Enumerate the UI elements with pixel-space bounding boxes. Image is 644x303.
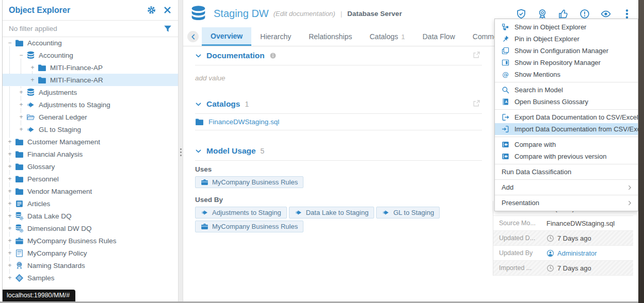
expander-icon[interactable]: + [7,175,13,182]
expander-icon[interactable]: + [7,188,13,195]
tree-item-mycompany-business-rules[interactable]: +MyCompany Business Rules [3,234,178,247]
tree-item-miti-finance-ap[interactable]: +MITI-Finance-AP [3,61,178,74]
tree-item-articles[interactable]: +Articles [3,197,178,210]
tree-item-naming-standards[interactable]: +Naming Standards [3,259,178,272]
tree-item-data-lake-dq[interactable]: +Data Lake DQ [3,210,178,222]
model-chip-mycompany-business-rules[interactable]: MyCompany Business Rules [195,176,303,188]
thumbs-up-icon[interactable] [558,9,569,19]
tree-item-adjustments[interactable]: +Adjustments [3,86,178,98]
menu-item-show-in-configuration-manager[interactable]: Show in Configuration Manager [495,45,638,57]
expander-icon[interactable]: + [7,225,13,232]
tree-item-accounting-model[interactable]: −Accounting [3,49,178,61]
menu-item-export-data-documentation[interactable]: Export Data Documentation to CSV/Excel [495,111,638,123]
catalog-item[interactable]: FinanceDWStaging.sql [195,114,482,130]
configuration-icon [502,47,509,55]
tree-item-personnel[interactable]: +Personnel [3,173,178,185]
open-folder-icon [26,113,35,122]
folder-icon [15,39,24,47]
expander-icon[interactable]: + [7,200,13,207]
chevron-down-icon[interactable] [195,148,202,155]
briefcase-icon [201,178,208,186]
menu-item-add[interactable]: Add [495,181,638,193]
expander-icon[interactable]: + [7,138,13,145]
tree-item-gl-to-staging[interactable]: +GL to Staging [3,123,178,136]
menu-item-open-business-glossary[interactable]: Open Business Glossary [495,96,638,108]
chevron-down-icon[interactable] [195,101,202,108]
tree-item-general-ledger[interactable]: +General Ledger [3,111,178,123]
catalog-item-label[interactable]: FinanceDWStaging.sql [208,118,279,126]
expander-icon[interactable]: + [18,126,24,133]
tab-data-flow[interactable]: Data Flow [414,27,464,46]
menu-item-run-data-classification[interactable]: Run Data Classification [495,166,638,178]
tabs-scroll-left-button[interactable] [187,31,199,42]
tab-relationships[interactable]: Relationships [300,27,361,46]
model-chip-gl-to-staging[interactable]: GL to Staging [376,207,440,218]
tree-item-vendor-management[interactable]: +Vendor Management [3,185,178,197]
tab-hierarchy[interactable]: Hierarchy [251,27,300,46]
more-menu-icon[interactable] [622,9,632,19]
mapping-arrow-icon [295,209,302,216]
documentation-placeholder[interactable]: add value [195,74,482,82]
tree-item-dimensional-dw-dq[interactable]: +Dimensional DW DQ [3,222,178,234]
model-chip-data-lake-to-staging[interactable]: Data Lake to Staging [289,207,374,218]
menu-item-show-mentions[interactable]: Show Mentions [495,69,638,80]
tree-item-samples[interactable]: +Samples [3,272,178,284]
model-chip-adjustments-to-staging[interactable]: Adjustments to Staging [195,207,287,218]
alert-icon[interactable] [579,9,590,19]
menu-item-presentation[interactable]: Presentation [495,197,638,209]
expander-icon[interactable]: + [18,101,24,108]
section-title: Model Usage [206,146,256,156]
catalogs-section-header: Catalogs 1 [195,96,482,114]
used-by-label: Used By [195,196,482,204]
folder-icon [15,162,24,171]
expander-icon[interactable]: − [7,39,13,46]
expander-icon[interactable]: + [7,274,13,281]
shield-check-icon[interactable] [516,9,526,19]
menu-item-show-in-repository-manager[interactable]: Show in Repository Manager [495,57,638,69]
tab-catalogs[interactable]: Catalogs1 [361,27,414,46]
filter-bar: No filter applied [3,21,178,37]
menu-item-search-in-model[interactable]: Search in Model [495,84,638,96]
tree-item-mycompany-policy[interactable]: +MyCompany Policy [3,247,178,259]
expander-icon[interactable]: + [7,163,13,170]
tree-item-adjustments-to-staging[interactable]: +Adjustments to Staging [3,98,178,111]
funnel-icon[interactable] [164,25,172,33]
expander-icon[interactable]: + [29,64,36,71]
expander-icon[interactable]: + [18,113,24,121]
expand-section-icon[interactable] [472,99,481,108]
edit-documentation-link[interactable]: (Edit documentation) [273,10,335,18]
context-menu: Show in Object Explorer Pin in Object Ex… [494,19,638,211]
expander-icon[interactable]: − [18,52,24,59]
tab-overview[interactable]: Overview [202,27,251,46]
expander-icon[interactable]: + [7,237,13,244]
expander-icon[interactable]: + [7,150,13,158]
tree-item-miti-finance-ar[interactable]: +MITI-Finance-AR [3,74,178,86]
gear-icon[interactable] [147,6,156,14]
tree-item-financial-analysis[interactable]: +Financial Analysis [3,148,178,160]
overview-content: Documentation add value Catalogs 1 Finan… [195,47,482,232]
menu-item-show-in-object-explorer[interactable]: Show in Object Explorer [495,21,638,33]
menu-item-compare-with-previous-version[interactable]: Compare with previous version [495,150,638,162]
panel-splitter[interactable] [178,0,183,301]
eye-icon[interactable] [601,9,611,19]
menu-item-compare-with[interactable]: Compare with [495,139,638,150]
menu-item-import-data-documentation[interactable]: Import Data Documentation from CSV/Excel [495,123,638,135]
menu-item-pin-in-object-explorer[interactable]: Pin in Object Explorer [495,33,638,45]
status-url: localhost:19980/MM/# [3,290,75,301]
expander-icon[interactable]: + [18,89,24,96]
updated-by-user-link[interactable]: Administrator [546,249,597,257]
expand-section-icon[interactable] [472,50,481,59]
tree-item-glossary[interactable]: +Glossary [3,160,178,173]
tree-item-customer-management[interactable]: +Customer Management [3,136,178,148]
close-icon[interactable] [163,6,172,14]
expander-icon[interactable]: + [7,262,13,269]
model-chip-mycompany-business-rules[interactable]: MyCompany Business Rules [195,221,303,232]
certification-icon[interactable] [537,9,548,19]
expander-icon[interactable]: + [7,249,13,257]
policy-document-icon [15,249,24,258]
tree-item-accounting-folder[interactable]: −Accounting [3,37,178,49]
chevron-down-icon[interactable] [195,53,202,59]
expander-icon[interactable]: + [29,76,36,83]
section-count: 5 [261,147,265,155]
expander-icon[interactable]: + [7,212,13,220]
